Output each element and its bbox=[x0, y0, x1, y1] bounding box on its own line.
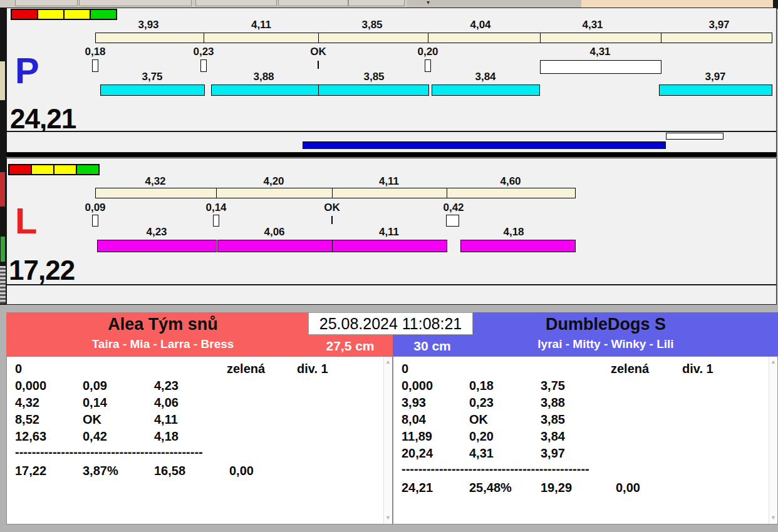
split-time-label: 4,11 bbox=[379, 175, 399, 188]
log-cell: 3,97 bbox=[541, 446, 565, 461]
cross-time-label: 0,09 bbox=[85, 202, 105, 214]
team-left-dogs: Taira - Mia - Larra - Bress bbox=[6, 337, 319, 351]
dog-time-bar bbox=[217, 240, 333, 252]
toolbar-segment bbox=[79, 0, 192, 6]
split-bar-segment bbox=[95, 33, 204, 43]
start-light-green bbox=[90, 9, 117, 20]
scrollbar[interactable] bbox=[383, 357, 392, 524]
lane-l-total-time: 17,22 bbox=[9, 257, 75, 284]
cross-marker-box bbox=[425, 59, 431, 72]
log-cell: 3,85 bbox=[541, 412, 565, 427]
log-separator: ----------------------------------------… bbox=[402, 462, 589, 476]
dog-time-bar bbox=[460, 240, 576, 252]
team-left-log-area[interactable] bbox=[6, 356, 393, 524]
lane-l-letter: L bbox=[15, 203, 37, 239]
start-light-red bbox=[11, 9, 38, 20]
cross-time-label: 0,14 bbox=[205, 202, 226, 214]
log-cell: 4,31 bbox=[469, 446, 494, 461]
log-cell: 8,52 bbox=[15, 412, 39, 427]
start-light-yellow-2 bbox=[53, 164, 77, 175]
split-time-label: 4,60 bbox=[500, 175, 521, 188]
clock-display: 25.08.2024 11:08:21 bbox=[308, 312, 473, 335]
lane-p-letter: P bbox=[15, 53, 39, 89]
log-cell: 3,93 bbox=[402, 396, 426, 410]
progress-marker-box bbox=[666, 133, 724, 140]
log-run-number: 0 bbox=[402, 362, 408, 376]
cross-time-label: 0,20 bbox=[417, 46, 438, 58]
split-time-label: 3,97 bbox=[708, 19, 729, 31]
log-cell: 20,24 bbox=[402, 446, 433, 461]
scroll-down-icon[interactable]: ▼ bbox=[770, 515, 776, 521]
log-cell: 11,89 bbox=[402, 429, 432, 444]
log-cell: 4,32 bbox=[15, 396, 39, 410]
ok-tick bbox=[331, 216, 333, 224]
log-cell: 4,06 bbox=[154, 396, 179, 410]
cross-time-label: OK bbox=[324, 202, 340, 214]
log-cell: 3,84 bbox=[541, 429, 565, 444]
log-division: div. 1 bbox=[682, 362, 713, 376]
toolbar-segment bbox=[348, 0, 405, 6]
dog-time-bar bbox=[100, 84, 205, 96]
split-bar-segment bbox=[447, 188, 576, 198]
log-cell: 0,42 bbox=[83, 429, 107, 444]
log-cell: 0,18 bbox=[469, 379, 494, 393]
log-total-penalty: 0,00 bbox=[229, 464, 254, 478]
log-cell: 4,23 bbox=[154, 379, 179, 393]
start-light-yellow-1 bbox=[37, 9, 65, 20]
start-light-red bbox=[8, 164, 32, 175]
team-right-log-area[interactable] bbox=[393, 356, 778, 524]
cross-marker-box bbox=[92, 59, 98, 72]
log-total-percent: 3,87% bbox=[83, 464, 118, 478]
log-total-time: 24,21 bbox=[402, 481, 433, 495]
split-bar-segment bbox=[661, 33, 772, 43]
dog-time-label: 3,97 bbox=[705, 71, 725, 83]
lane-p-total-time: 24,21 bbox=[10, 105, 76, 133]
log-light-status: zelená bbox=[611, 362, 649, 376]
dog-time-label: 3,75 bbox=[142, 71, 162, 83]
split-bar-segment bbox=[332, 188, 447, 198]
toolbar-mid-block bbox=[407, 0, 581, 8]
dog-time-label: 3,85 bbox=[363, 71, 384, 83]
scrollbar[interactable] bbox=[769, 357, 777, 524]
start-light-green bbox=[76, 164, 100, 175]
log-cell: 4,11 bbox=[154, 412, 178, 427]
scoreboard-window: ▾ P 3,93 4,11 3,85 4,04 4,31 3,97 0,18 0… bbox=[0, 0, 778, 532]
dog-time-bar bbox=[97, 240, 217, 252]
cross-time-label: OK bbox=[310, 46, 326, 58]
toolbar-segment bbox=[15, 0, 78, 6]
dog-time-label: 3,88 bbox=[253, 71, 274, 83]
log-cell: OK bbox=[469, 412, 488, 427]
log-total-net: 19,29 bbox=[541, 481, 572, 495]
lane-l-progress-strip bbox=[6, 285, 777, 305]
dog-time-label: 4,11 bbox=[379, 226, 399, 238]
start-light-yellow-1 bbox=[31, 164, 54, 175]
cross-time-label: 0,42 bbox=[443, 202, 464, 214]
dog-time-bar bbox=[332, 240, 447, 252]
log-cell: 0,000 bbox=[15, 379, 46, 393]
scroll-up-icon[interactable]: ▲ bbox=[770, 359, 776, 365]
split-time-label: 4,20 bbox=[263, 175, 284, 188]
scroll-up-icon[interactable]: ▲ bbox=[385, 359, 391, 365]
log-total-percent: 25,48% bbox=[469, 481, 512, 495]
toolbar-tan-block bbox=[581, 0, 778, 8]
split-bar-segment bbox=[428, 33, 541, 43]
cross-time-label: 0,18 bbox=[85, 46, 105, 58]
toolbar-segment bbox=[195, 0, 277, 6]
team-right-name: DumbleDogs S bbox=[462, 315, 750, 334]
team-left-name: Alea Tým snů bbox=[6, 315, 319, 334]
dog-time-label: 4,23 bbox=[146, 226, 167, 238]
cross-marker-box bbox=[213, 215, 219, 227]
sliver-fragment bbox=[0, 61, 5, 100]
log-cell: 4,18 bbox=[154, 429, 179, 444]
dog-time-bar bbox=[432, 84, 540, 96]
log-cell: 0,23 bbox=[469, 396, 494, 410]
log-separator: ----------------------------------------… bbox=[15, 445, 203, 459]
sliver-fragment bbox=[0, 266, 6, 304]
split-bar-segment bbox=[318, 33, 428, 43]
log-cell: 8,04 bbox=[402, 412, 426, 427]
dropdown-caret-icon[interactable]: ▾ bbox=[427, 0, 430, 6]
log-cell: 0,09 bbox=[83, 379, 107, 393]
log-cell: 0,000 bbox=[402, 379, 433, 393]
scroll-down-icon[interactable]: ▼ bbox=[385, 515, 391, 521]
log-cell: OK bbox=[83, 412, 101, 427]
